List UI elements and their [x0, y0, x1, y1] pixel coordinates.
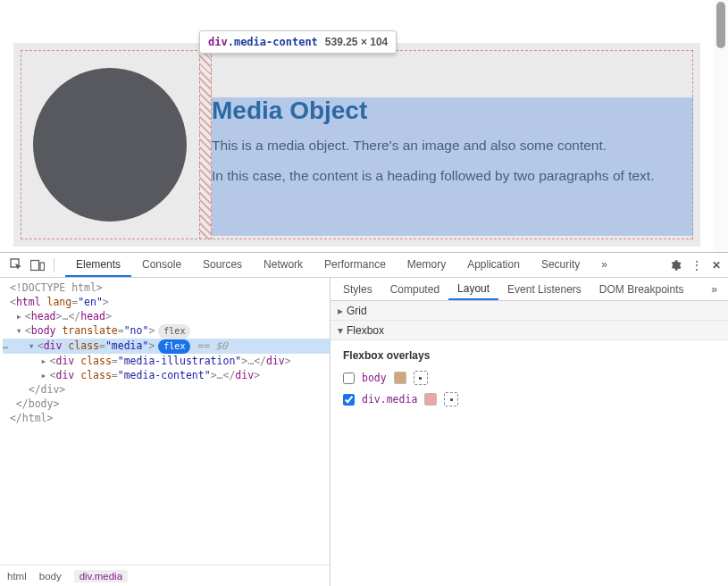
selected-node[interactable]: ▾<div class="media">flex == $0 — [4, 339, 330, 354]
tab-elements[interactable]: Elements — [65, 253, 131, 277]
tooltip-dimensions: 539.25 × 104 — [325, 36, 388, 48]
flex-badge[interactable]: flex — [158, 324, 190, 339]
inspect-element-icon[interactable] — [7, 256, 25, 274]
flex-badge-active[interactable]: flex — [158, 339, 190, 354]
close-icon[interactable]: ✕ — [712, 259, 721, 272]
gear-icon[interactable] — [669, 259, 682, 272]
side-tab-styles[interactable]: Styles — [334, 279, 381, 299]
accordion-grid[interactable]: ▸Grid — [331, 301, 728, 321]
devtools-toolbar: Elements Console Sources Network Perform… — [0, 253, 728, 278]
media-paragraph-2: In this case, the content is a heading f… — [212, 168, 693, 184]
devtools: Elements Console Sources Network Perform… — [0, 252, 728, 586]
sidebar-tabs: Styles Computed Layout Event Listeners D… — [331, 278, 728, 301]
color-swatch[interactable] — [394, 372, 406, 384]
dom-tree[interactable]: <!DOCTYPE html> <html lang="en"> ▸<head>… — [0, 278, 330, 565]
flex-gap-hatch — [199, 50, 212, 239]
breadcrumb: html body div.media — [0, 565, 330, 586]
circle-placeholder — [33, 68, 187, 222]
color-swatch[interactable] — [424, 393, 437, 406]
tab-sources[interactable]: Sources — [192, 253, 253, 277]
side-tab-computed[interactable]: Computed — [381, 279, 448, 299]
tab-performance[interactable]: Performance — [314, 253, 397, 277]
crumb-html[interactable]: html — [7, 571, 27, 582]
overlay-settings-icon[interactable] — [444, 392, 458, 406]
crumb-current[interactable]: div.media — [74, 570, 128, 582]
tab-security[interactable]: Security — [531, 253, 590, 277]
page-preview: Media Object This is a media object. The… — [0, 0, 728, 252]
device-toolbar-icon[interactable] — [29, 256, 46, 274]
tab-application[interactable]: Application — [456, 253, 531, 277]
side-tab-dombp[interactable]: DOM Breakpoints — [590, 279, 693, 299]
media-container: Media Object This is a media object. The… — [13, 43, 700, 247]
flexbox-overlays-section: Flexbox overlays body div.media — [331, 340, 728, 423]
sidebar-tabs-overflow[interactable]: » — [704, 283, 724, 296]
media-content: Media Object This is a media object. The… — [212, 50, 693, 239]
side-tab-layout[interactable]: Layout — [448, 278, 498, 300]
media-heading: Media Object — [212, 96, 693, 125]
overlay-label-media[interactable]: div.media — [362, 393, 417, 406]
svg-rect-1 — [31, 260, 39, 270]
devtools-panel-tabs: Elements Console Sources Network Perform… — [65, 253, 618, 277]
media-paragraph-1: This is a media object. There's an image… — [212, 138, 693, 154]
overlay-label-body[interactable]: body — [362, 372, 387, 384]
overlay-checkbox-media[interactable] — [343, 394, 355, 406]
media-flex: Media Object This is a media object. The… — [21, 50, 693, 239]
styles-sidebar: Styles Computed Layout Event Listeners D… — [331, 278, 728, 586]
overlay-checkbox-body[interactable] — [343, 373, 355, 384]
overlay-row-media: div.media — [343, 392, 715, 406]
preview-scrollbar[interactable] — [714, 0, 728, 252]
svg-rect-2 — [40, 263, 45, 271]
tab-network[interactable]: Network — [253, 253, 314, 277]
accordion-flexbox[interactable]: ▾Flexbox — [331, 321, 728, 340]
overlay-settings-icon[interactable] — [414, 371, 428, 385]
kebab-menu-icon[interactable]: ⋮ — [690, 258, 703, 272]
media-illustration — [21, 50, 199, 239]
inspect-tooltip: div.media-content 539.25 × 104 — [199, 30, 397, 54]
overlay-row-body: body — [343, 371, 715, 385]
crumb-body[interactable]: body — [39, 571, 62, 582]
side-tab-listeners[interactable]: Event Listeners — [498, 279, 590, 299]
tab-console[interactable]: Console — [131, 253, 192, 277]
tab-memory[interactable]: Memory — [397, 253, 456, 277]
flexbox-overlays-heading: Flexbox overlays — [343, 349, 715, 362]
tabs-overflow[interactable]: » — [590, 253, 618, 277]
elements-panel: <!DOCTYPE html> <html lang="en"> ▸<head>… — [0, 278, 331, 586]
